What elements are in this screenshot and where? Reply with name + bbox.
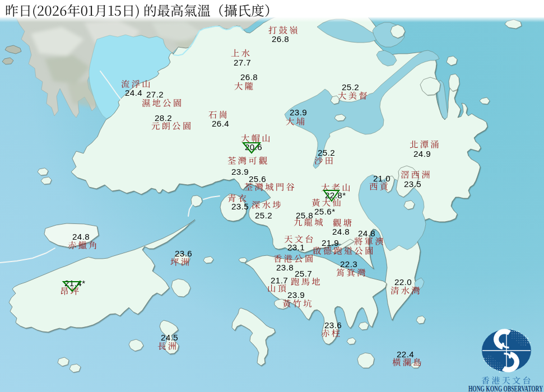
- svg-text:23.9: 23.9: [231, 167, 249, 176]
- svg-text:22.4: 22.4: [397, 349, 414, 359]
- svg-text:26.8: 26.8: [272, 34, 289, 44]
- svg-text:21.9: 21.9: [322, 238, 339, 248]
- svg-text:23.6: 23.6: [175, 249, 192, 258]
- svg-text:22.0: 22.0: [394, 277, 412, 287]
- svg-text:24.8: 24.8: [72, 232, 90, 241]
- svg-text:22.3: 22.3: [340, 259, 357, 269]
- svg-text:26.8: 26.8: [240, 72, 258, 82]
- svg-text:21.0: 21.0: [373, 174, 390, 183]
- svg-text:21.7: 21.7: [271, 276, 288, 285]
- svg-text:27.2: 27.2: [146, 90, 164, 99]
- svg-text:24.8: 24.8: [332, 227, 350, 236]
- svg-text:25.2: 25.2: [255, 211, 272, 220]
- svg-text:24.9: 24.9: [413, 149, 431, 158]
- svg-text:25.6: 25.6: [249, 174, 266, 184]
- svg-text:24.8: 24.8: [358, 228, 375, 238]
- svg-text:23.5: 23.5: [404, 179, 421, 189]
- svg-text:23.6: 23.6: [324, 320, 342, 330]
- svg-text:26.4: 26.4: [212, 119, 229, 128]
- svg-text:24.5: 24.5: [161, 333, 178, 342]
- svg-text:28.2: 28.2: [155, 113, 172, 123]
- svg-text:25.6*: 25.6*: [314, 207, 335, 216]
- svg-text:23.9: 23.9: [290, 108, 307, 117]
- svg-text:25.8: 25.8: [296, 211, 313, 220]
- svg-text:27.7: 27.7: [234, 58, 251, 67]
- svg-text:25.2: 25.2: [342, 82, 359, 92]
- svg-text:23.5: 23.5: [231, 202, 249, 211]
- svg-text:HONG KONG OBSERVATORY: HONG KONG OBSERVATORY: [468, 385, 543, 392]
- svg-text:23.1: 23.1: [287, 242, 305, 252]
- svg-text:23.8: 23.8: [276, 263, 294, 272]
- svg-text:23.9: 23.9: [287, 290, 305, 300]
- svg-text:24.4: 24.4: [125, 88, 142, 97]
- svg-text:25.7: 25.7: [295, 269, 312, 278]
- svg-text:25.2: 25.2: [318, 148, 335, 157]
